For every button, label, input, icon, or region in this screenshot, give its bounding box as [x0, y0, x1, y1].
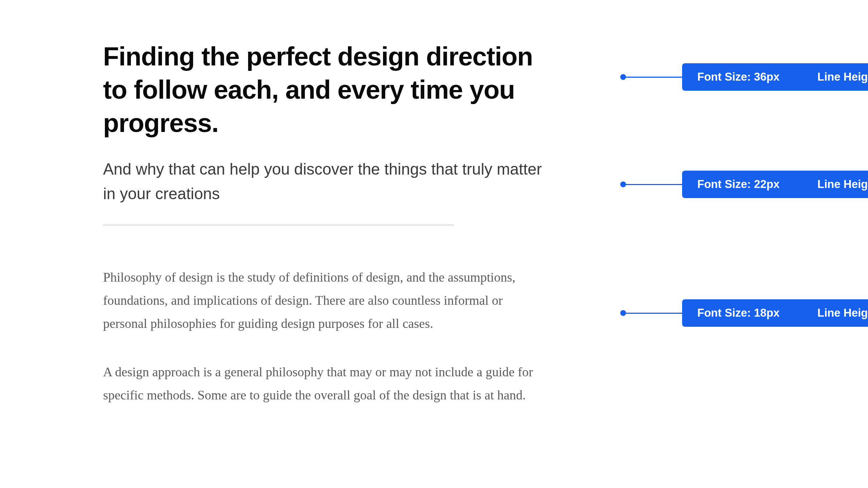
marker-dot-icon [620, 181, 626, 187]
spec-pill: Font Size: 22px Line Height: 34px (+12) [682, 171, 868, 198]
connector-line [626, 313, 682, 314]
heading-sample: Finding the perfect design direction to … [103, 40, 552, 140]
annotations-column: Font Size: 36px Line Height: 46px (+10) … [620, 40, 817, 432]
annotation-subheading: Font Size: 22px Line Height: 34px (+12) [620, 171, 868, 198]
annotation-body: Font Size: 18px Line Height: 32px (+14) [620, 299, 868, 327]
line-height-label: Line Height: 32px (+14) [817, 307, 868, 320]
content-column: Finding the perfect design direction to … [103, 40, 552, 432]
spec-pill: Font Size: 36px Line Height: 46px (+10) [682, 63, 868, 91]
font-size-label: Font Size: 36px [697, 70, 791, 84]
marker-dot-icon [620, 74, 626, 80]
font-size-label: Font Size: 18px [697, 307, 791, 320]
annotation-heading: Font Size: 36px Line Height: 46px (+10) [620, 63, 868, 91]
line-height-label: Line Height: 34px (+12) [817, 178, 868, 191]
divider [103, 224, 454, 226]
font-size-label: Font Size: 22px [697, 178, 791, 191]
connector-line [626, 77, 682, 78]
typography-spec-layout: Finding the perfect design direction to … [0, 0, 868, 432]
connector-line [626, 184, 682, 185]
marker-dot-icon [620, 310, 626, 316]
subheading-sample: And why that can help you discover the t… [103, 157, 552, 206]
spec-pill: Font Size: 18px Line Height: 32px (+14) [682, 299, 868, 327]
body-paragraph-1: Philosophy of design is the study of def… [103, 266, 548, 335]
line-height-label: Line Height: 46px (+10) [817, 70, 868, 84]
body-paragraph-2: A design approach is a general philosoph… [103, 360, 548, 407]
